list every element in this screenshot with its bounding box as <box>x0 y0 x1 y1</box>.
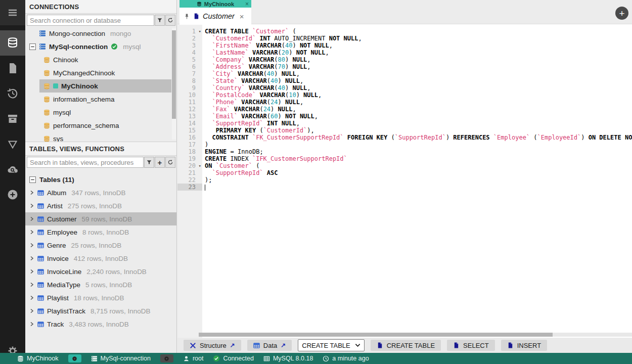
code-line[interactable]: ); <box>205 176 632 184</box>
table-item-album[interactable]: Album347 rows, InnoDB <box>25 186 176 199</box>
script-type-dropdown[interactable]: CREATE TABLE <box>298 339 364 351</box>
sidebar-item-history[interactable] <box>0 81 25 106</box>
pin-icon[interactable] <box>184 13 190 20</box>
connection-tree-item[interactable]: performance_schema <box>25 119 176 132</box>
tables-refresh-button[interactable] <box>165 157 175 168</box>
fold-caret-icon[interactable]: ▾ <box>199 28 201 35</box>
table-item-mediatype[interactable]: MediaType5 rows, InnoDB <box>25 278 176 291</box>
table-icon <box>37 282 44 288</box>
structure-button[interactable]: Structure↗ <box>184 340 241 351</box>
code-line[interactable]: `SupportRepId` ASC <box>205 169 632 176</box>
code-line[interactable]: `FirstName` VARCHAR(40) NOT NULL, <box>205 42 632 49</box>
connections-filter-button[interactable] <box>155 15 165 26</box>
code-line[interactable]: `Address` VARCHAR(70) NULL, <box>205 63 632 70</box>
status-bar: MyChinookMySql-connectionrootConnectedMy… <box>0 353 632 364</box>
tables-filter-button[interactable] <box>144 157 154 168</box>
line-number: 7 <box>177 70 202 77</box>
code-line[interactable]: `Company` VARCHAR(80) NULL, <box>205 56 632 63</box>
line-number: 17 <box>177 141 202 148</box>
sidebar-item-query[interactable] <box>0 131 25 157</box>
status-last-activity[interactable]: a minute ago <box>323 355 369 362</box>
table-item-track[interactable]: Track3,483 rows, InnoDB <box>25 317 176 331</box>
tab-customer[interactable]: Customer × <box>179 8 251 25</box>
editor-code[interactable]: CREATE TABLE `Customer` ( `CustomerId` I… <box>205 24 632 191</box>
connection-tree-item[interactable]: information_schema <box>25 93 176 106</box>
table-icon <box>37 295 44 301</box>
table-item-invoice[interactable]: Invoice412 rows, InnoDB <box>25 252 176 265</box>
code-line[interactable]: `Phone` VARCHAR(24) NULL, <box>205 99 632 106</box>
connection-tree-item[interactable]: Mongo-connectionmongo <box>25 27 176 40</box>
data-button[interactable]: Data↗ <box>247 340 292 351</box>
code-line[interactable]: `SupportRepId` INT NULL, <box>205 120 632 127</box>
sidebar-item-cloud-search[interactable] <box>0 157 25 182</box>
code-line[interactable]: ENGINE = InnoDB; <box>205 148 632 155</box>
code-line[interactable]: PRIMARY KEY (`CustomerId`), <box>205 127 632 134</box>
collapse-box-icon[interactable] <box>29 176 36 183</box>
code-line[interactable]: `Email` VARCHAR(60) NOT NULL, <box>205 113 632 120</box>
table-icon <box>37 229 44 236</box>
sidebar-item-databases[interactable] <box>0 30 25 56</box>
connection-tree-item[interactable]: mysql <box>25 106 176 119</box>
tab-group-close-icon[interactable]: × <box>245 1 249 8</box>
code-line[interactable]: `LastName` VARCHAR(20) NOT NULL, <box>205 49 632 56</box>
status-connected[interactable]: Connected <box>213 355 253 362</box>
sidebar-item-menu[interactable] <box>0 0 25 25</box>
tables-group-row[interactable]: Tables (11) <box>25 173 176 186</box>
table-item-playlist[interactable]: Playlist18 rows, InnoDB <box>25 291 176 304</box>
tab-close-icon[interactable]: × <box>240 12 244 21</box>
code-line[interactable] <box>205 184 632 191</box>
databases-icon <box>7 37 19 49</box>
create-table-button[interactable]: CREATE TABLE <box>371 340 441 351</box>
grid-light-icon <box>263 355 270 362</box>
code-line[interactable]: `City` VARCHAR(40) NULL, <box>205 70 632 77</box>
connection-tree-item[interactable]: MySql-connectionmysql <box>25 40 176 53</box>
sidebar-item-add[interactable] <box>0 182 25 207</box>
chevron-right-icon <box>29 269 34 274</box>
line-number: 16 <box>177 134 202 141</box>
table-item-playlisttrack[interactable]: PlaylistTrack8,715 rows, InnoDB <box>25 304 176 317</box>
select-button[interactable]: SELECT <box>447 340 495 351</box>
connection-tree-item[interactable]: Chinook <box>25 53 176 66</box>
code-line[interactable]: `Fax` VARCHAR(24) NULL, <box>205 106 632 113</box>
code-line[interactable]: `PostalCode` VARCHAR(10) NULL, <box>205 92 632 99</box>
code-line[interactable]: ON `Customer` ( <box>205 162 632 169</box>
menu-icon <box>7 7 19 19</box>
fold-caret-icon[interactable]: ▾ <box>199 162 201 169</box>
connections-search-input[interactable] <box>27 15 154 26</box>
tables-add-button[interactable]: + <box>155 157 165 168</box>
code-line[interactable]: CONSTRAINT `FK_CustomerSupportRepId` FOR… <box>205 134 632 141</box>
sidebar-item-archive[interactable] <box>0 106 25 131</box>
code-line[interactable]: CREATE INDEX `IFK_CustomerSupportRepId` <box>205 155 632 162</box>
chevron-right-icon <box>29 282 34 287</box>
status-connection[interactable]: MySql-connection <box>91 355 151 362</box>
connection-tree-item[interactable]: MyChangedChinook <box>25 66 176 79</box>
sidebar-item-files[interactable] <box>0 56 25 81</box>
editor-horizontal-scrollbar[interactable] <box>199 333 632 337</box>
code-line[interactable]: ) <box>205 141 632 148</box>
code-line[interactable]: `Country` VARCHAR(40) NULL, <box>205 84 632 92</box>
insert-button[interactable]: INSERT <box>501 340 547 351</box>
table-item-customer[interactable]: Customer59 rows, InnoDB <box>25 212 176 225</box>
code-line[interactable]: CREATE TABLE `Customer` ( <box>205 28 632 35</box>
table-item-employee[interactable]: Employee8 rows, InnoDB <box>25 225 176 239</box>
tables-search-input[interactable] <box>27 157 144 168</box>
sql-editor[interactable]: 1▾234567891011121314151617181920▾212223 … <box>177 24 632 338</box>
new-tab-button[interactable]: + <box>615 7 628 20</box>
connection-color-badge[interactable] <box>160 354 173 362</box>
status-server-version[interactable]: MySQL 8.0.18 <box>263 355 313 362</box>
connection-tree-item[interactable]: sys <box>25 132 176 142</box>
table-item-artist[interactable]: Artist275 rows, InnoDB <box>25 199 176 212</box>
status-database[interactable]: MyChinook <box>17 355 59 362</box>
table-item-invoiceline[interactable]: InvoiceLine2,240 rows, InnoDB <box>25 265 176 278</box>
status-user[interactable]: root <box>183 355 204 362</box>
external-link-icon: ↗ <box>230 342 235 349</box>
code-line[interactable]: `CustomerId` INT AUTO_INCREMENT NOT NULL… <box>205 35 632 42</box>
connections-scrollbar[interactable] <box>172 28 176 140</box>
connection-tree-item[interactable]: MyChinook <box>39 79 171 93</box>
connections-refresh-button[interactable] <box>165 15 175 26</box>
database-color-badge[interactable] <box>68 354 81 362</box>
database-icon <box>43 57 50 63</box>
code-line[interactable]: `State` VARCHAR(40) NULL, <box>205 77 632 84</box>
table-item-genre[interactable]: Genre25 rows, InnoDB <box>25 239 176 252</box>
tab-group-mychinook[interactable]: MyChinook × <box>179 0 251 8</box>
